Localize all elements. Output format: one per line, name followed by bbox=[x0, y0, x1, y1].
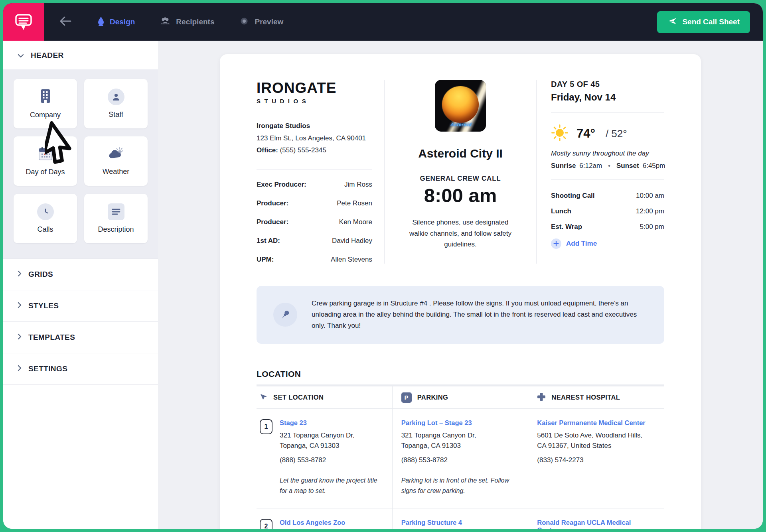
column-header-label: SET LOCATION bbox=[273, 394, 324, 401]
company-name: Irongate Studios bbox=[257, 122, 372, 130]
tile-staff[interactable]: Staff bbox=[84, 79, 148, 128]
send-call-sheet-button[interactable]: Send Call Sheet bbox=[657, 11, 750, 33]
location-row: 1 Stage 23 321 Topanga Canyon Dr, Topang… bbox=[257, 409, 664, 508]
sidebar-section-styles[interactable]: STYLES bbox=[3, 290, 158, 321]
header-elements-panel: Company Staff bbox=[3, 69, 158, 258]
company-logo-text: IRONGATE bbox=[257, 80, 372, 97]
person-icon bbox=[108, 89, 124, 105]
crew-row: Exec Producer: Jim Ross bbox=[257, 181, 372, 189]
schedule-time: 5:00 pm bbox=[640, 223, 664, 231]
schedule-row: Lunch 12:00 pm bbox=[551, 207, 664, 215]
top-navbar: Design Recipients bbox=[3, 3, 763, 41]
call-sheet-app: Design Recipients bbox=[3, 3, 763, 529]
crew-name: Jim Ross bbox=[344, 181, 372, 189]
column-header-label: PARKING bbox=[417, 394, 448, 401]
set-location-cell: 2 Old Los Angeles Zoo 4801 Griffith Park… bbox=[257, 508, 393, 529]
tab-label: Recipients bbox=[176, 18, 214, 26]
send-icon bbox=[667, 17, 677, 27]
schedule-time: 10:00 am bbox=[636, 192, 664, 200]
production-note: Silence phones, use designated walkie ch… bbox=[405, 217, 515, 250]
hospital-phone: (833) 574-2273 bbox=[537, 456, 653, 464]
parking-cell: Parking Structure 4 4815 Griffith Park D… bbox=[393, 508, 529, 529]
column-header-label: NEAREST HOSPITAL bbox=[551, 394, 620, 401]
crew-role: Producer: bbox=[257, 199, 288, 207]
design-sidebar: HEADER Company bbox=[3, 41, 158, 529]
schedule-label: Lunch bbox=[551, 207, 571, 215]
sidebar-section-templates[interactable]: TEMPLATES bbox=[3, 321, 158, 353]
hospital-cell: Kaiser Permanente Medical Center 5601 De… bbox=[528, 409, 664, 508]
location-table: SET LOCATION P PARKING bbox=[257, 384, 664, 529]
parking-note: Parking lot is in front of the set. Foll… bbox=[401, 475, 517, 496]
tab-recipients[interactable]: Recipients bbox=[160, 17, 214, 28]
app-body: HEADER Company bbox=[3, 41, 763, 529]
speech-bubble-icon bbox=[13, 11, 34, 33]
company-address: 123 Elm St., Los Angeles, CA 90401 bbox=[257, 134, 372, 142]
sunrise-sunset-line: Sunrise 6:12am • Sunset 6:45pm bbox=[551, 162, 664, 170]
sidebar-section-label: TEMPLATES bbox=[28, 333, 75, 342]
tile-calls[interactable]: Calls bbox=[14, 194, 77, 243]
set-location-link[interactable]: Old Los Angeles Zoo bbox=[280, 519, 381, 526]
location-section-heading: LOCATION bbox=[257, 369, 664, 379]
crew-row: Producer: Ken Moore bbox=[257, 218, 372, 226]
set-location-cell: 1 Stage 23 321 Topanga Canyon Dr, Topang… bbox=[257, 409, 393, 508]
eye-icon bbox=[239, 17, 249, 27]
call-sheet-card: IRONGATE STUDIOS Irongate Studios 123 El… bbox=[220, 54, 701, 529]
poster-planet-art bbox=[442, 86, 479, 123]
add-time-label: Add Time bbox=[566, 240, 597, 248]
sidebar-section-settings[interactable]: SETTINGS bbox=[3, 353, 158, 385]
hospital-link[interactable]: Ronald Reagan UCLA Medical Center bbox=[537, 519, 653, 529]
set-location-note: Let the guard know the project title for… bbox=[280, 475, 381, 496]
sidebar-section-grids[interactable]: GRIDS bbox=[3, 258, 158, 290]
text-lines-icon bbox=[108, 203, 124, 220]
parking-phone: (888) 553-8782 bbox=[401, 456, 517, 464]
production-poster-image[interactable]: Asteroid bbox=[435, 80, 486, 132]
company-logo-subtext: STUDIOS bbox=[257, 98, 372, 104]
send-button-label: Send Call Sheet bbox=[682, 18, 740, 26]
schedule-row: Shooting Call 10:00 am bbox=[551, 192, 664, 200]
back-button[interactable] bbox=[59, 16, 72, 28]
column-header-set-location: SET LOCATION bbox=[257, 386, 393, 409]
schedule-list: Shooting Call 10:00 am Lunch 12:00 pm Es… bbox=[551, 192, 664, 231]
office-label: Office: bbox=[257, 146, 278, 154]
tile-day-of-days[interactable]: Day of Days bbox=[14, 136, 77, 186]
parking-link[interactable]: Parking Structure 4 bbox=[401, 519, 517, 526]
parking-link[interactable]: Parking Lot – Stage 23 bbox=[401, 419, 517, 427]
sidebar-section-label: GRIDS bbox=[28, 270, 53, 279]
general-crew-call-time: 8:00 am bbox=[424, 184, 497, 207]
tile-company[interactable]: Company bbox=[14, 79, 77, 128]
sunset-time: 6:45pm bbox=[643, 162, 665, 170]
tab-design[interactable]: Design bbox=[97, 16, 135, 28]
location-number-badge: 2 bbox=[260, 519, 272, 529]
temperature-low: / 52° bbox=[606, 128, 627, 140]
tile-description[interactable]: Description bbox=[84, 194, 148, 243]
add-time-button[interactable]: Add Time bbox=[551, 238, 664, 249]
crew-role: 1st AD: bbox=[257, 237, 280, 245]
studiobinder-logo[interactable] bbox=[3, 3, 44, 41]
tab-label: Preview bbox=[255, 18, 283, 26]
navbar-tabs: Design Recipients bbox=[97, 16, 283, 28]
tab-preview[interactable]: Preview bbox=[239, 17, 283, 27]
tile-label: Weather bbox=[103, 167, 130, 176]
location-header-row: SET LOCATION P PARKING bbox=[257, 386, 664, 409]
set-location-link[interactable]: Stage 23 bbox=[280, 419, 381, 427]
divider bbox=[551, 179, 664, 180]
chevron-right-icon bbox=[18, 333, 22, 342]
pushpin-icon bbox=[273, 303, 297, 327]
production-title: Asteroid City II bbox=[418, 147, 503, 160]
chevron-right-icon bbox=[18, 301, 22, 310]
weather-forecast: Mostly sunny throughout the day bbox=[551, 150, 664, 158]
crew-name: Pete Rosen bbox=[337, 199, 372, 207]
hospital-link[interactable]: Kaiser Permanente Medical Center bbox=[537, 419, 653, 427]
medical-cross-icon bbox=[537, 392, 546, 403]
set-location-address: 321 Topanga Canyon Dr, Topanga, CA 91303 bbox=[280, 430, 381, 451]
temperature-high: 74° bbox=[576, 126, 595, 141]
sidebar-section-header[interactable]: HEADER bbox=[3, 41, 158, 69]
tile-weather[interactable]: Weather bbox=[84, 136, 148, 186]
crew-row: 1st AD: David Hadley bbox=[257, 237, 372, 245]
weather-summary: 74° / 52° bbox=[551, 124, 664, 143]
crew-name: Allen Stevens bbox=[331, 256, 372, 264]
tile-label: Staff bbox=[109, 110, 123, 119]
crew-role: UPM: bbox=[257, 256, 274, 264]
people-group-icon bbox=[160, 17, 171, 28]
sidebar-section-label: STYLES bbox=[28, 301, 59, 310]
